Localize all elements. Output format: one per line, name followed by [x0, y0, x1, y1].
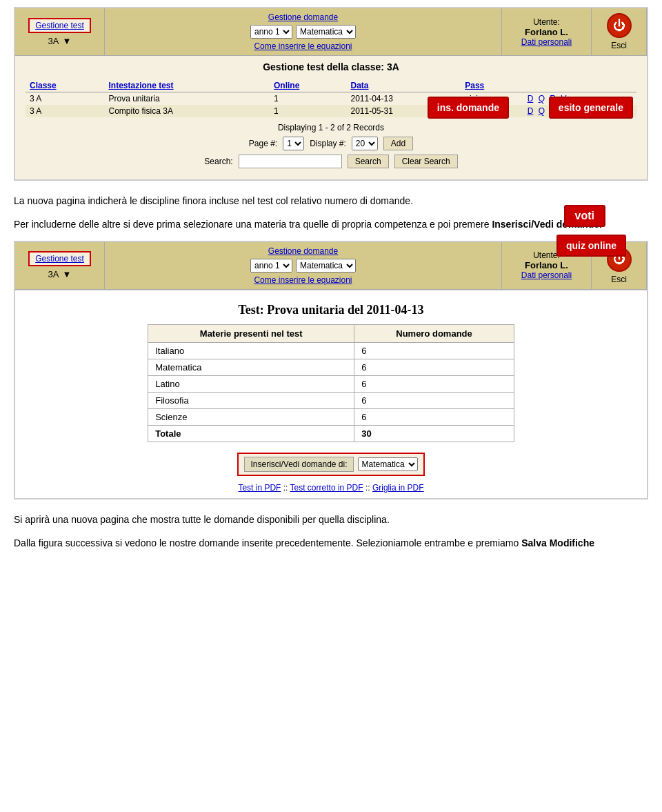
cell-classe: 3 A	[26, 105, 105, 117]
display-select[interactable]: 20	[352, 137, 378, 150]
come-inserire-link[interactable]: Come inserire le equazioni	[254, 41, 352, 51]
table-row: Italiano 6	[148, 342, 514, 359]
page-select[interactable]: 1	[283, 137, 304, 150]
search-input[interactable]	[239, 155, 342, 168]
cell-numero: 6	[354, 375, 514, 392]
paragraph-1: La nuova pagina indicherà le discipline …	[14, 193, 648, 208]
ins-domande-callout: ins. domande	[428, 97, 509, 119]
voti-callout: voti	[564, 205, 605, 227]
materie-table: Materie presenti nel test Numero domande…	[148, 324, 514, 442]
table-row: Matematica 6	[148, 359, 514, 375]
table-row: Filosofia 6	[148, 392, 514, 408]
materia-inserisci-select[interactable]: Matematica	[358, 457, 418, 471]
search-button[interactable]: Search	[348, 155, 389, 168]
clear-search-button[interactable]: Clear Search	[394, 155, 458, 168]
table-row: 3 A Prova unitaria 1 2011-04-13 gigi D Q…	[26, 92, 636, 106]
col-numero: Numero domande	[354, 324, 514, 342]
table-row: Latino 6	[148, 375, 514, 392]
esito-generale-label: esito generale	[549, 97, 633, 119]
col-intestazione: Intestazione test	[105, 79, 270, 92]
class-arrow: ▼	[63, 36, 72, 46]
class-arrow-2: ▼	[63, 269, 72, 279]
nav-bar-2: Gestione test 3A ▼ Gestione domande anno…	[15, 242, 647, 290]
separator-2: ::	[365, 483, 372, 493]
class-label: 3A	[48, 36, 59, 46]
col-pass: Pass	[461, 79, 523, 92]
pdf-link-1[interactable]: Test in PDF	[238, 483, 281, 493]
bottom-para-2: Dalla figura successiva si vedono le nos…	[14, 535, 648, 551]
utente-name: Forlano L.	[525, 27, 568, 37]
class-select-row: 3A ▼	[48, 36, 72, 46]
dati-personali-link-2[interactable]: Dati personali	[521, 270, 572, 280]
gestione-section: Gestione test 3A ▼	[15, 8, 105, 55]
nav-center: Gestione domande anno 1 Matematica Come …	[105, 8, 502, 55]
class-select-row-2: 3A ▼	[48, 269, 72, 279]
cell-online: 1	[270, 92, 346, 106]
nav-center-2: Gestione domande anno 1 Matematica Come …	[105, 242, 502, 289]
col-online: Online	[270, 79, 346, 92]
quiz-online-callout: quiz online	[556, 235, 626, 257]
cell-numero: 6	[354, 392, 514, 408]
cell-online: 1	[270, 105, 346, 117]
paragraph-2: Per includerne delle altre si deve prima…	[14, 217, 648, 232]
add-button[interactable]: Add	[383, 137, 413, 150]
dati-personali-link[interactable]: Dati personali	[521, 37, 572, 47]
bottom-para2-bold: Salva Modifiche	[521, 537, 594, 548]
pdf-link-3[interactable]: Griglia in PDF	[372, 483, 424, 493]
page-title-2: Test: Prova unitaria del 2011-04-13	[26, 303, 636, 317]
ins-domande-label: ins. domande	[428, 97, 509, 119]
gestione-test-button-2[interactable]: Gestione test	[28, 251, 91, 266]
come-inserire-link-2[interactable]: Come inserire le equazioni	[254, 275, 352, 285]
pagination: Displaying 1 - 2 of 2 Records	[26, 123, 636, 132]
esci-label: Esci	[611, 41, 627, 50]
esci-section: ⏻ Esci	[592, 8, 647, 55]
total-value: 30	[354, 425, 514, 442]
utente-name-2: Forlano L.	[525, 260, 568, 270]
pdf-link-2[interactable]: Test corretto in PDF	[290, 483, 363, 493]
pdf-links: Test in PDF :: Test corretto in PDF :: G…	[26, 483, 636, 493]
total-row: Totale 30	[148, 425, 514, 442]
cell-materia: Scienze	[148, 408, 354, 425]
test-table: Classe Intestazione test Online Data Pas…	[26, 79, 636, 117]
materia-select-2[interactable]: Matematica	[296, 259, 356, 273]
utente-section: Utente: Forlano L. Dati personali	[502, 8, 592, 55]
col-actions	[523, 79, 636, 92]
page-label: Page #:	[249, 139, 277, 148]
table-row: Scienze 6	[148, 408, 514, 425]
gestione-test-button[interactable]: Gestione test	[28, 18, 91, 33]
utente-label: Utente:	[533, 17, 560, 27]
cell-intestazione: Prova unitaria	[105, 92, 270, 106]
gestione-domande-link-2[interactable]: Gestione domande	[268, 246, 338, 256]
table-row: 3 A Compito fisica 3A 1 2011-05-31 luigi…	[26, 105, 636, 117]
action-d[interactable]: D	[528, 106, 534, 116]
inserisci-row: Inserisci/Vedi domande di: Matematica	[26, 453, 636, 476]
screenshot1: Gestione test 3A ▼ Gestione domande anno…	[14, 7, 648, 181]
controls-row: Page #: 1 Display #: 20 Add	[26, 137, 636, 150]
gestione-section-2: Gestione test 3A ▼	[15, 242, 105, 289]
col-classe: Classe	[26, 79, 105, 92]
class-label-2: 3A	[48, 269, 59, 279]
bottom-para-1: Si aprirà una nuova pagina che mostra tu…	[14, 512, 648, 527]
screenshot2: Gestione test 3A ▼ Gestione domande anno…	[14, 241, 648, 499]
power-button[interactable]: ⏻	[607, 13, 632, 38]
col-data: Data	[346, 79, 461, 92]
gestione-domande-link[interactable]: Gestione domande	[268, 12, 338, 22]
esci-label-2: Esci	[611, 275, 627, 284]
cell-intestazione: Compito fisica 3A	[105, 105, 270, 117]
anno-select-2[interactable]: anno 1	[250, 259, 292, 273]
search-label: Search:	[204, 157, 232, 166]
inserisci-vedi-button[interactable]: Inserisci/Vedi domande di:	[244, 457, 353, 472]
action-d[interactable]: D	[528, 94, 534, 103]
cell-numero: 6	[354, 408, 514, 425]
nav-bar-1: Gestione test 3A ▼ Gestione domande anno…	[15, 8, 647, 56]
action-q[interactable]: Q	[539, 94, 545, 103]
cell-classe: 3 A	[26, 92, 105, 106]
anno-select[interactable]: anno 1	[250, 25, 292, 39]
total-label: Totale	[148, 425, 354, 442]
cell-numero: 6	[354, 342, 514, 359]
cell-materia: Filosofia	[148, 392, 354, 408]
action-q[interactable]: Q	[539, 106, 545, 116]
search-row: Search: Search Clear Search	[26, 155, 636, 168]
page-title-1: Gestione test della classe: 3A	[26, 61, 636, 72]
materia-select[interactable]: Matematica	[296, 25, 356, 39]
